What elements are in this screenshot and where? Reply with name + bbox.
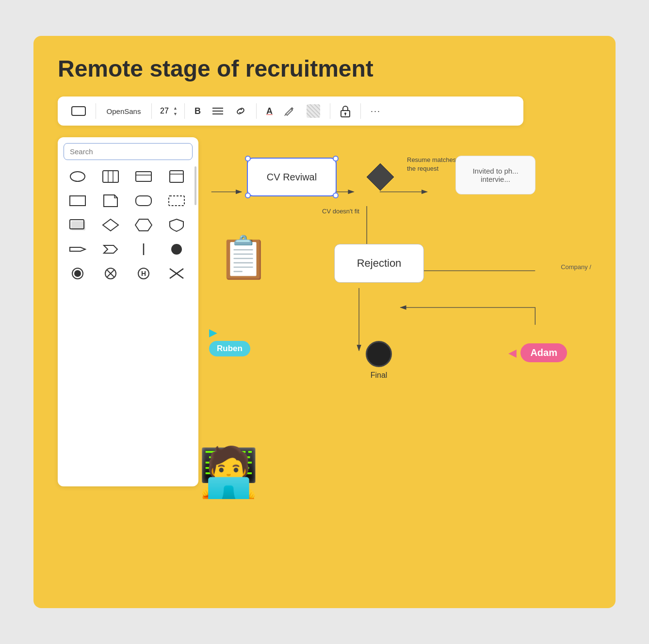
link-button[interactable] xyxy=(231,104,250,118)
shape-card-v[interactable] xyxy=(162,167,191,186)
shape-rounded-rect[interactable] xyxy=(130,191,158,210)
handle-br[interactable] xyxy=(333,193,339,198)
ruben-cursor-arrow: ▶ xyxy=(209,326,217,339)
ruben-label: Ruben xyxy=(209,341,250,356)
diamond-decision-node[interactable] xyxy=(366,162,395,192)
cursor-adam: ◀ Adam xyxy=(508,343,567,362)
lego-figure: 🧑‍💻 xyxy=(198,448,259,496)
shape-arrow-right[interactable] xyxy=(64,240,92,259)
divider-2 xyxy=(151,103,152,119)
shape-circle-h[interactable]: H xyxy=(130,264,158,283)
shape-x-mark[interactable] xyxy=(162,264,191,283)
svg-rect-9 xyxy=(103,171,118,182)
font-size-control: 27 ▲ ▼ xyxy=(158,106,178,117)
final-label: Final xyxy=(371,371,388,380)
scrollbar[interactable] xyxy=(195,166,196,205)
shape-oval[interactable] xyxy=(64,167,92,186)
divider-1 xyxy=(96,103,96,119)
shape-shield[interactable] xyxy=(162,215,191,235)
svg-rect-12 xyxy=(136,172,151,181)
svg-rect-16 xyxy=(70,196,85,206)
shape-search-input[interactable] xyxy=(64,143,193,160)
font-size-up[interactable]: ▲ xyxy=(172,106,178,111)
rejection-node[interactable]: Rejection xyxy=(334,244,424,283)
pattern-button[interactable] xyxy=(303,102,324,120)
divider-3 xyxy=(184,103,185,119)
svg-rect-14 xyxy=(170,171,183,182)
shape-panel: H xyxy=(58,137,198,486)
font-selector[interactable]: OpenSans xyxy=(102,105,146,117)
handle-tl[interactable] xyxy=(245,156,251,161)
font-size-value[interactable]: 27 xyxy=(158,107,171,115)
diagram-canvas[interactable]: CV Reviwal Resume matchesthe request CV … xyxy=(198,137,591,486)
svg-rect-17 xyxy=(136,196,151,206)
shape-diamond[interactable] xyxy=(97,215,125,235)
shape-rect[interactable] xyxy=(64,191,92,210)
bold-button[interactable]: B xyxy=(191,104,205,118)
adam-label: Adam xyxy=(520,343,567,362)
shape-card-h[interactable] xyxy=(130,167,158,186)
svg-point-24 xyxy=(171,244,182,255)
shape-doc[interactable] xyxy=(97,191,125,210)
shape-line[interactable] xyxy=(130,240,158,259)
svg-marker-22 xyxy=(135,219,152,231)
adam-cursor-arrow: ◀ xyxy=(508,347,517,359)
toolbar: OpenSans 27 ▲ ▼ B xyxy=(58,97,523,126)
handle-bl[interactable] xyxy=(245,193,251,198)
invited-node[interactable]: Invited to ph...intervie... xyxy=(455,156,535,194)
cv-doesnt-fit-label: CV doesn't fit xyxy=(322,208,359,215)
outer-container: Remote stage of recruitment OpenSans 27 … xyxy=(0,0,649,644)
shape-circle-x[interactable] xyxy=(97,264,125,283)
shape-selector[interactable] xyxy=(67,104,90,118)
divider-5 xyxy=(330,103,330,119)
divider-6 xyxy=(360,103,361,119)
svg-marker-42 xyxy=(367,163,394,191)
svg-text:H: H xyxy=(141,270,146,277)
handle-tr[interactable] xyxy=(333,156,339,161)
more-options-button[interactable]: ··· xyxy=(367,104,385,118)
svg-marker-21 xyxy=(103,219,118,231)
svg-rect-18 xyxy=(169,196,184,206)
shape-circle-filled[interactable] xyxy=(162,240,191,259)
shape-rect-shadow[interactable] xyxy=(64,215,92,235)
svg-point-6 xyxy=(344,113,346,114)
pen-button[interactable] xyxy=(280,104,299,118)
clipboard-icon: 📋 xyxy=(218,237,269,278)
lock-button[interactable] xyxy=(336,103,355,119)
svg-point-26 xyxy=(74,270,81,277)
font-size-arrows: ▲ ▼ xyxy=(172,106,178,117)
cursor-ruben: ▶ Ruben xyxy=(209,326,250,356)
shape-chevron[interactable] xyxy=(97,240,125,259)
rejection-label: Rejection xyxy=(357,257,402,270)
font-size-down[interactable]: ▼ xyxy=(172,112,178,117)
shape-grid: H xyxy=(64,167,193,283)
company-label: Company / xyxy=(561,263,591,271)
shape-dashed-rect[interactable] xyxy=(162,191,191,210)
content-area: H xyxy=(58,137,591,486)
final-node[interactable]: Final xyxy=(366,341,392,380)
cv-revival-node[interactable]: CV Reviwal xyxy=(247,158,337,196)
shape-columns[interactable] xyxy=(97,167,125,186)
main-container: Remote stage of recruitment OpenSans 27 … xyxy=(33,36,616,608)
text-color-button[interactable]: A xyxy=(262,104,276,118)
divider-4 xyxy=(256,103,257,119)
align-button[interactable] xyxy=(209,105,227,117)
resume-matches-label: Resume matchesthe request xyxy=(407,156,456,173)
page-title: Remote stage of recruitment xyxy=(58,55,591,82)
shape-circle-ring[interactable] xyxy=(64,264,92,283)
cv-revival-label: CV Reviwal xyxy=(267,172,317,183)
svg-rect-0 xyxy=(72,107,85,115)
svg-point-8 xyxy=(70,172,85,181)
invited-label: Invited to ph...intervie... xyxy=(472,167,518,183)
svg-line-4 xyxy=(285,114,286,116)
pattern-swatch xyxy=(307,104,320,118)
final-circle xyxy=(366,341,392,367)
shape-hexagon[interactable] xyxy=(130,215,158,235)
